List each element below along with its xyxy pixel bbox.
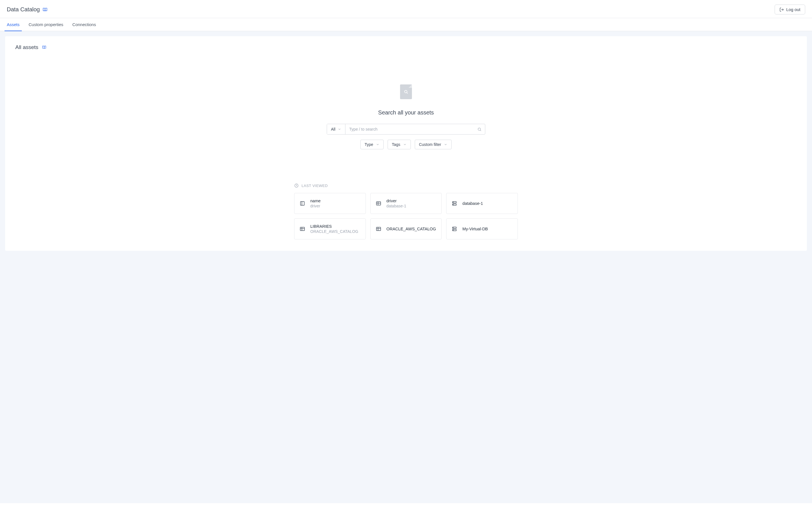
svg-point-1 — [405, 90, 407, 93]
asset-card-title: LIBRARIES — [310, 224, 358, 229]
svg-point-3 — [478, 128, 481, 130]
column-icon — [300, 200, 305, 206]
nav-tabs: Assets Custom properties Connections — [0, 18, 812, 31]
tab-assets[interactable]: Assets — [7, 18, 19, 31]
database-icon — [451, 226, 457, 232]
asset-card-title: database-1 — [462, 201, 483, 206]
tab-custom-properties[interactable]: Custom properties — [29, 18, 64, 31]
clock-icon — [294, 183, 299, 188]
asset-card-text: driverdatabase-1 — [387, 198, 406, 208]
last-viewed-grid: namedriverdriverdatabase-1database-1LIBR… — [294, 193, 518, 239]
logout-label: Log out — [786, 7, 800, 12]
asset-card-text: LIBRARIESORACLE_AWS_CATALOG — [310, 224, 358, 234]
asset-card-title: driver — [387, 198, 406, 203]
chevron-down-icon — [376, 143, 379, 146]
search-scope-dropdown[interactable]: All — [327, 124, 345, 134]
file-search-icon — [400, 84, 412, 99]
svg-line-4 — [480, 130, 481, 131]
svg-point-14 — [453, 204, 453, 205]
svg-rect-6 — [300, 201, 304, 205]
last-viewed-label: LAST VIEWED — [302, 184, 328, 188]
svg-point-23 — [453, 228, 453, 228]
header-left: Data Catalog — [7, 6, 47, 13]
asset-card-text: database-1 — [462, 201, 483, 206]
asset-card-subtitle: database-1 — [387, 204, 406, 208]
asset-card-text: ORACLE_AWS_CATALOG — [387, 227, 436, 231]
database-icon — [451, 200, 457, 206]
search-input[interactable] — [345, 124, 474, 134]
asset-card-text: namedriver — [310, 198, 320, 208]
filter-custom-dropdown[interactable]: Custom filter — [415, 140, 452, 149]
asset-card-text: My-Virtual-DB — [462, 227, 488, 231]
svg-line-2 — [407, 93, 408, 93]
search-row: All — [327, 124, 485, 135]
book-icon[interactable] — [43, 7, 47, 12]
search-icon[interactable] — [474, 124, 485, 134]
search-scope-label: All — [331, 127, 335, 132]
asset-card[interactable]: My-Virtual-DB — [446, 219, 518, 239]
asset-card[interactable]: database-1 — [446, 193, 518, 214]
table-icon — [300, 226, 305, 232]
asset-card-title: name — [310, 198, 320, 203]
filter-tags-dropdown[interactable]: Tags — [388, 140, 411, 149]
svg-point-24 — [453, 230, 453, 230]
assets-panel: All assets Search all your assets All — [5, 36, 807, 251]
filter-row: Type Tags Custom filter — [361, 140, 452, 149]
asset-card-subtitle: driver — [310, 204, 320, 208]
chevron-down-icon — [403, 143, 407, 146]
asset-card[interactable]: ORACLE_AWS_CATALOG — [370, 219, 442, 239]
table-icon — [376, 226, 381, 232]
panel-title: All assets — [15, 44, 38, 51]
last-viewed-section: LAST VIEWED namedriverdriverdatabase-1da… — [294, 183, 518, 239]
asset-card[interactable]: driverdatabase-1 — [370, 193, 442, 214]
search-hero: Search all your assets All Type — [15, 84, 797, 149]
filter-type-dropdown[interactable]: Type — [361, 140, 384, 149]
book-icon[interactable] — [42, 45, 46, 49]
logout-button[interactable]: Log out — [775, 5, 805, 14]
chevron-down-icon — [444, 143, 447, 146]
asset-card[interactable]: LIBRARIESORACLE_AWS_CATALOG — [294, 219, 366, 239]
search-hero-title: Search all your assets — [378, 109, 434, 116]
page-background: All assets Search all your assets All — [0, 31, 812, 503]
app-title: Data Catalog — [7, 6, 40, 13]
asset-card-title: ORACLE_AWS_CATALOG — [387, 227, 436, 231]
chevron-down-icon — [338, 128, 341, 131]
asset-card[interactable]: namedriver — [294, 193, 366, 214]
panel-title-row: All assets — [15, 44, 797, 51]
asset-card-title: My-Virtual-DB — [462, 227, 488, 231]
last-viewed-header: LAST VIEWED — [294, 183, 518, 188]
asset-card-subtitle: ORACLE_AWS_CATALOG — [310, 229, 358, 234]
logout-icon — [780, 7, 784, 12]
tab-connections[interactable]: Connections — [73, 18, 96, 31]
app-header: Data Catalog Log out — [0, 0, 812, 18]
table-icon — [376, 200, 381, 206]
